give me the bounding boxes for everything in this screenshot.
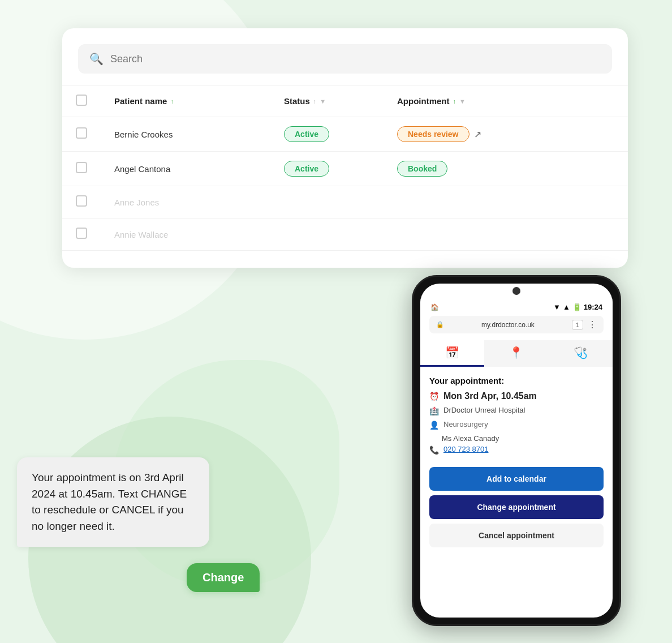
patient-name-cell: Anne Jones [101, 186, 270, 218]
wifi-icon: ▼ [553, 303, 561, 311]
table-row: Annie Wallace [62, 218, 628, 251]
phone-mockup: 🏠 ▼ ▲ 🔋 19:24 🔒 my.drdoctor.co.uk 1 ⋮ 📅 … [412, 275, 621, 626]
col-header-checkbox [62, 85, 101, 117]
patient-name-cell: Annie Wallace [101, 218, 270, 251]
appt-hospital: DrDoctor Unreal Hospital [443, 406, 525, 414]
signal-icon: ▲ [563, 303, 570, 311]
phone-icon: 📞 [429, 445, 439, 455]
appointment-cell [384, 218, 628, 251]
col-header-name: Patient name ↑ [101, 85, 270, 117]
status-cell [270, 186, 384, 218]
battery-icon: 🔋 [572, 303, 581, 311]
phone-browser-area: 🔒 my.drdoctor.co.uk 1 ⋮ [420, 314, 613, 336]
change-appt-label: Change appointment [477, 503, 555, 512]
patient-name-cell: Angel Cantona [101, 152, 270, 186]
table-row: Anne Jones [62, 186, 628, 218]
phone-time: 19:24 [584, 303, 602, 311]
add-to-calendar-label: Add to calendar [486, 474, 546, 483]
col-appt-label: Appointment [397, 96, 449, 106]
add-to-calendar-button[interactable]: Add to calendar [429, 467, 604, 491]
row-checkbox[interactable] [76, 228, 87, 239]
browser-menu-icon[interactable]: ⋮ [588, 319, 597, 330]
clock-icon: ⏰ [429, 392, 439, 401]
appointment-cell: Needs review↗ [384, 117, 628, 152]
appt-dept-row: 👤 Neurosurgery [429, 420, 604, 430]
appt-datetime: Mon 3rd Apr, 10.45am [443, 391, 537, 401]
main-card: 🔍 Patient name ↑ Status ↑ [62, 28, 628, 268]
appt-department: Neurosurgery [443, 420, 488, 428]
sort-name-asc-icon[interactable]: ↑ [170, 98, 174, 105]
phone-tab-stethoscope[interactable]: 🩺 [549, 340, 613, 367]
change-bubble[interactable]: Change [187, 563, 260, 592]
filter-status-icon[interactable]: ▼ [320, 98, 326, 105]
phone-status-bar: 🏠 ▼ ▲ 🔋 19:24 [420, 298, 613, 314]
col-header-appointment: Appointment ↑ ▼ [384, 85, 628, 117]
col-name-label: Patient name [114, 96, 167, 106]
cancel-appointment-button[interactable]: Cancel appointment [429, 524, 604, 547]
search-bar: 🔍 [78, 44, 612, 74]
external-link-icon[interactable]: ↗ [474, 130, 481, 139]
patient-table: Patient name ↑ Status ↑ ▼ Appointment ↑ [62, 85, 628, 251]
appt-heading: Your appointment: [429, 376, 604, 385]
browser-tab[interactable]: 1 [572, 320, 583, 330]
row-checkbox[interactable] [76, 162, 87, 173]
phone-home-icon[interactable]: 🏠 [430, 303, 439, 311]
browser-url: my.drdoctor.co.uk [449, 321, 567, 329]
appt-doctor: Ms Alexa Canady [442, 434, 604, 443]
appointment-cell: Booked [384, 152, 628, 186]
table-header-row: Patient name ↑ Status ↑ ▼ Appointment ↑ [62, 85, 628, 117]
cancel-appt-label: Cancel appointment [479, 531, 554, 540]
change-label: Change [203, 571, 244, 584]
col-status-label: Status [284, 96, 310, 106]
row-checkbox[interactable] [76, 127, 87, 139]
sort-status-icon[interactable]: ↑ [313, 98, 317, 105]
status-cell [270, 218, 384, 251]
status-cell: Active [270, 117, 384, 152]
lock-icon: 🔒 [436, 321, 444, 328]
phone-tab-calendar[interactable]: 📅 [420, 340, 484, 367]
person-icon: 👤 [429, 421, 439, 430]
appt-hospital-row: 🏥 DrDoctor Unreal Hospital [429, 406, 604, 415]
table-row: Bernie CrookesActiveNeeds review↗ [62, 117, 628, 152]
search-input[interactable] [110, 53, 601, 65]
status-badge: Active [284, 161, 329, 177]
filter-appt-icon[interactable]: ▼ [459, 98, 466, 105]
phone-camera [512, 287, 520, 295]
appointment-badge: Booked [397, 161, 447, 177]
status-icons: ▼ ▲ 🔋 19:24 [553, 303, 602, 311]
status-badge: Active [284, 126, 329, 142]
header-checkbox[interactable] [76, 95, 87, 106]
appointment-badge: Needs review [397, 126, 469, 142]
appt-datetime-row: ⏰ Mon 3rd Apr, 10.45am [429, 391, 604, 401]
table-row: Angel CantonaActiveBooked [62, 152, 628, 186]
appt-phone-number[interactable]: 020 723 8701 [443, 445, 489, 453]
phone-tab-location[interactable]: 📍 [484, 340, 548, 367]
patient-name-cell: Bernie Crookes [101, 117, 270, 152]
appt-phone-row: 📞 020 723 8701 [429, 445, 604, 455]
hospital-icon: 🏥 [429, 406, 439, 415]
phone-screen: 🏠 ▼ ▲ 🔋 19:24 🔒 my.drdoctor.co.uk 1 ⋮ 📅 … [420, 284, 613, 618]
appointment-cell [384, 186, 628, 218]
change-appointment-button[interactable]: Change appointment [429, 495, 604, 519]
phone-browser-bar[interactable]: 🔒 my.drdoctor.co.uk 1 ⋮ [429, 316, 604, 333]
phone-tabs: 📅 📍 🩺 [420, 340, 613, 367]
phone-appointment-content: Your appointment: ⏰ Mon 3rd Apr, 10.45am… [420, 367, 613, 618]
status-cell: Active [270, 152, 384, 186]
phone-notch-area [420, 284, 613, 298]
search-icon: 🔍 [89, 52, 104, 66]
row-checkbox[interactable] [76, 195, 87, 207]
sort-appt-icon[interactable]: ↑ [453, 98, 456, 105]
sms-message-text: Your appointment is on 3rd April 2024 at… [32, 471, 187, 532]
sms-bubble: Your appointment is on 3rd April 2024 at… [17, 457, 209, 547]
col-header-status: Status ↑ ▼ [270, 85, 384, 117]
